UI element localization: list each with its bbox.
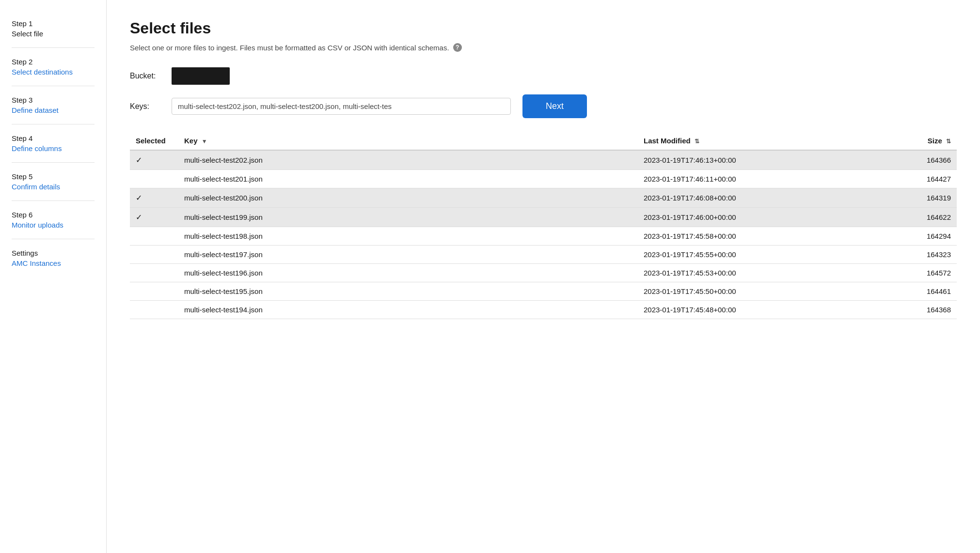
- cell-size: 164461: [774, 282, 957, 301]
- cell-selected[interactable]: [130, 301, 178, 319]
- keys-label: Keys:: [130, 102, 164, 111]
- cell-key: multi-select-test201.json: [178, 170, 638, 188]
- modified-sort-icon: ⇅: [695, 138, 699, 145]
- cell-key: multi-select-test194.json: [178, 301, 638, 319]
- cell-size: 164323: [774, 246, 957, 264]
- size-sort-icon: ⇅: [946, 138, 951, 145]
- cell-selected[interactable]: [130, 246, 178, 264]
- table-row[interactable]: multi-select-test201.json2023-01-19T17:4…: [130, 170, 957, 188]
- table-row[interactable]: multi-select-test198.json2023-01-19T17:4…: [130, 227, 957, 246]
- cell-key: multi-select-test195.json: [178, 282, 638, 301]
- bucket-value: [172, 67, 230, 85]
- bucket-row: Bucket:: [130, 67, 957, 85]
- sidebar-step-number-step6: Step 6: [12, 211, 95, 219]
- page-subtitle: Select one or more files to ingest. File…: [130, 43, 957, 52]
- table-row[interactable]: multi-select-test194.json2023-01-19T17:4…: [130, 301, 957, 319]
- main-content: Select files Select one or more files to…: [107, 0, 980, 553]
- sidebar-step-number-settings: Settings: [12, 249, 95, 257]
- sidebar-step-label-settings[interactable]: AMC Instances: [12, 259, 95, 267]
- cell-selected[interactable]: ✓: [130, 150, 178, 170]
- cell-size: 164622: [774, 208, 957, 227]
- table-row[interactable]: ✓multi-select-test202.json2023-01-19T17:…: [130, 150, 957, 170]
- cell-selected[interactable]: ✓: [130, 188, 178, 208]
- sidebar-step-label-step4[interactable]: Define columns: [12, 144, 95, 153]
- cell-selected[interactable]: ✓: [130, 208, 178, 227]
- sidebar-step-step2[interactable]: Step 2Select destinations: [12, 58, 95, 86]
- cell-last-modified: 2023-01-19T17:45:48+00:00: [638, 301, 774, 319]
- col-header-selected[interactable]: Selected: [130, 132, 178, 150]
- sidebar-step-step1: Step 1Select file: [12, 19, 95, 48]
- cell-selected[interactable]: [130, 170, 178, 188]
- sidebar-step-label-step6[interactable]: Monitor uploads: [12, 221, 95, 229]
- keys-input[interactable]: [172, 98, 511, 115]
- page-title: Select files: [130, 19, 957, 37]
- cell-size: 164294: [774, 227, 957, 246]
- cell-last-modified: 2023-01-19T17:45:55+00:00: [638, 246, 774, 264]
- sidebar: Step 1Select fileStep 2Select destinatio…: [0, 0, 107, 553]
- sidebar-step-label-step5[interactable]: Confirm details: [12, 183, 95, 191]
- cell-last-modified: 2023-01-19T17:45:50+00:00: [638, 282, 774, 301]
- cell-last-modified: 2023-01-19T17:46:13+00:00: [638, 150, 774, 170]
- cell-size: 164366: [774, 150, 957, 170]
- cell-size: 164319: [774, 188, 957, 208]
- check-mark-icon: ✓: [136, 194, 142, 202]
- cell-key: multi-select-test202.json: [178, 150, 638, 170]
- col-header-size[interactable]: Size ⇅: [774, 132, 957, 150]
- col-header-last-modified[interactable]: Last Modified ⇅: [638, 132, 774, 150]
- cell-key: multi-select-test200.json: [178, 188, 638, 208]
- cell-key: multi-select-test198.json: [178, 227, 638, 246]
- cell-last-modified: 2023-01-19T17:45:58+00:00: [638, 227, 774, 246]
- check-mark-icon: ✓: [136, 156, 142, 164]
- check-mark-icon: ✓: [136, 213, 142, 221]
- table-row[interactable]: ✓multi-select-test199.json2023-01-19T17:…: [130, 208, 957, 227]
- sidebar-step-number-step3: Step 3: [12, 96, 95, 104]
- cell-selected[interactable]: [130, 264, 178, 282]
- col-header-key[interactable]: Key ▼: [178, 132, 638, 150]
- subtitle-text: Select one or more files to ingest. File…: [130, 44, 449, 52]
- sidebar-step-step6[interactable]: Step 6Monitor uploads: [12, 211, 95, 239]
- key-sort-icon: ▼: [202, 138, 207, 145]
- table-row[interactable]: multi-select-test196.json2023-01-19T17:4…: [130, 264, 957, 282]
- table-row[interactable]: ✓multi-select-test200.json2023-01-19T17:…: [130, 188, 957, 208]
- bucket-label: Bucket:: [130, 72, 164, 80]
- cell-key: multi-select-test196.json: [178, 264, 638, 282]
- table-header: Selected Key ▼ Last Modified ⇅ Size ⇅: [130, 132, 957, 150]
- keys-row: Keys:: [130, 98, 511, 115]
- cell-key: multi-select-test199.json: [178, 208, 638, 227]
- sidebar-step-number-step4: Step 4: [12, 134, 95, 142]
- cell-key: multi-select-test197.json: [178, 246, 638, 264]
- cell-selected[interactable]: [130, 227, 178, 246]
- cell-last-modified: 2023-01-19T17:46:08+00:00: [638, 188, 774, 208]
- table-body: ✓multi-select-test202.json2023-01-19T17:…: [130, 150, 957, 319]
- sidebar-step-label-step1: Select file: [12, 30, 95, 38]
- cell-last-modified: 2023-01-19T17:46:00+00:00: [638, 208, 774, 227]
- table-row[interactable]: multi-select-test195.json2023-01-19T17:4…: [130, 282, 957, 301]
- sidebar-step-settings[interactable]: SettingsAMC Instances: [12, 249, 95, 277]
- cell-selected[interactable]: [130, 282, 178, 301]
- files-table: Selected Key ▼ Last Modified ⇅ Size ⇅ ✓m…: [130, 132, 957, 319]
- sidebar-step-label-step2[interactable]: Select destinations: [12, 68, 95, 76]
- cell-size: 164572: [774, 264, 957, 282]
- sidebar-step-number-step5: Step 5: [12, 172, 95, 181]
- sidebar-step-step4[interactable]: Step 4Define columns: [12, 134, 95, 163]
- sidebar-step-label-step3[interactable]: Define dataset: [12, 106, 95, 114]
- cell-last-modified: 2023-01-19T17:46:11+00:00: [638, 170, 774, 188]
- next-button-container: Next: [522, 94, 587, 118]
- sidebar-step-number-step1: Step 1: [12, 19, 95, 28]
- cell-size: 164427: [774, 170, 957, 188]
- cell-size: 164368: [774, 301, 957, 319]
- next-button[interactable]: Next: [522, 94, 587, 118]
- sidebar-step-step5[interactable]: Step 5Confirm details: [12, 172, 95, 201]
- help-icon[interactable]: ?: [453, 43, 462, 52]
- sidebar-step-number-step2: Step 2: [12, 58, 95, 66]
- sidebar-step-step3[interactable]: Step 3Define dataset: [12, 96, 95, 124]
- cell-last-modified: 2023-01-19T17:45:53+00:00: [638, 264, 774, 282]
- table-row[interactable]: multi-select-test197.json2023-01-19T17:4…: [130, 246, 957, 264]
